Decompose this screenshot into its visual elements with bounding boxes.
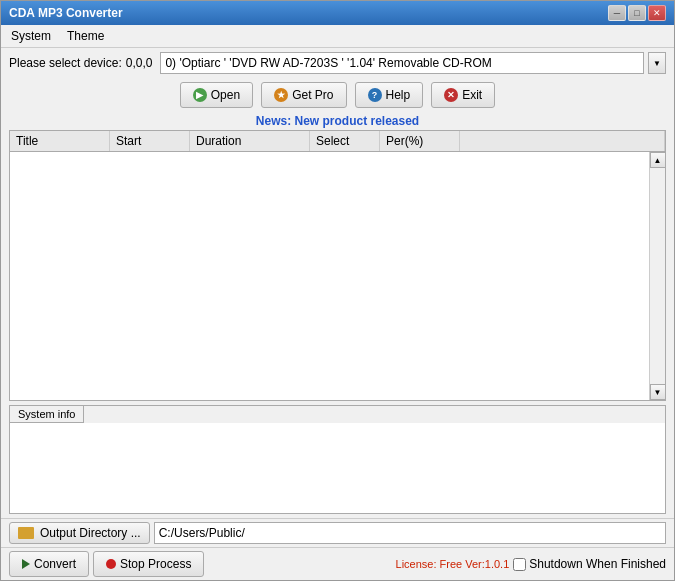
scrollbar[interactable]: ▲ ▼: [649, 152, 665, 400]
stop-button[interactable]: Stop Process: [93, 551, 204, 577]
device-value: 0,0,0: [126, 56, 153, 70]
scroll-up-button[interactable]: ▲: [650, 152, 666, 168]
col-duration: Duration: [190, 131, 310, 151]
exit-icon: ✕: [444, 88, 458, 102]
col-per: Per(%): [380, 131, 460, 151]
scroll-down-button[interactable]: ▼: [650, 384, 666, 400]
output-dir-label: Output Directory ...: [40, 526, 141, 540]
shutdown-checkbox[interactable]: [513, 558, 526, 571]
device-label: Please select device:: [9, 56, 122, 70]
getpro-label: Get Pro: [292, 88, 333, 102]
track-table-header: Title Start Duration Select Per(%): [10, 131, 665, 152]
system-info-panel: System info: [9, 405, 666, 514]
folder-icon: [18, 527, 34, 539]
license-text: License: Free Ver:1.0.1: [208, 558, 509, 570]
device-select[interactable]: [160, 52, 644, 74]
output-dir-button[interactable]: Output Directory ...: [9, 522, 150, 544]
device-dropdown-button[interactable]: ▼: [648, 52, 666, 74]
open-label: Open: [211, 88, 240, 102]
exit-label: Exit: [462, 88, 482, 102]
shutdown-label: Shutdown When Finished: [529, 557, 666, 571]
col-start: Start: [110, 131, 190, 151]
help-button[interactable]: ? Help: [355, 82, 424, 108]
output-dir-row: Output Directory ...: [1, 518, 674, 547]
stop-label: Stop Process: [120, 557, 191, 571]
convert-button[interactable]: Convert: [9, 551, 89, 577]
shutdown-check: Shutdown When Finished: [513, 557, 666, 571]
convert-label: Convert: [34, 557, 76, 571]
open-icon: ▶: [193, 88, 207, 102]
col-title: Title: [10, 131, 110, 151]
title-bar: CDA MP3 Converter ─ □ ✕: [1, 1, 674, 25]
news-bar: News: New product released: [1, 112, 674, 130]
table-with-scroll: ▲ ▼: [10, 152, 665, 400]
track-table-body[interactable]: [10, 152, 649, 400]
toolbar: ▶ Open ★ Get Pro ? Help ✕ Exit: [1, 78, 674, 112]
minimize-button[interactable]: ─: [608, 5, 626, 21]
close-button[interactable]: ✕: [648, 5, 666, 21]
convert-play-icon: [22, 559, 30, 569]
help-icon: ?: [368, 88, 382, 102]
exit-button[interactable]: ✕ Exit: [431, 82, 495, 108]
menu-bar: System Theme: [1, 25, 674, 48]
menu-system[interactable]: System: [5, 27, 57, 45]
col-select: Select: [310, 131, 380, 151]
system-info-body: [10, 423, 665, 513]
help-label: Help: [386, 88, 411, 102]
getpro-button[interactable]: ★ Get Pro: [261, 82, 346, 108]
track-table-container: Title Start Duration Select Per(%) ▲ ▼: [9, 130, 666, 401]
stop-icon: [106, 559, 116, 569]
maximize-button[interactable]: □: [628, 5, 646, 21]
window-title: CDA MP3 Converter: [9, 6, 123, 20]
main-window: CDA MP3 Converter ─ □ ✕ System Theme Ple…: [0, 0, 675, 581]
menu-theme[interactable]: Theme: [61, 27, 110, 45]
getpro-icon: ★: [274, 88, 288, 102]
bottom-bar: Convert Stop Process License: Free Ver:1…: [1, 547, 674, 580]
output-path-input[interactable]: [154, 522, 666, 544]
device-row: Please select device: 0,0,0 ▼: [1, 48, 674, 78]
title-bar-buttons: ─ □ ✕: [608, 5, 666, 21]
col-extra: [460, 131, 665, 151]
news-text: News: New product released: [256, 114, 419, 128]
system-info-tab[interactable]: System info: [10, 406, 84, 423]
open-button[interactable]: ▶ Open: [180, 82, 253, 108]
